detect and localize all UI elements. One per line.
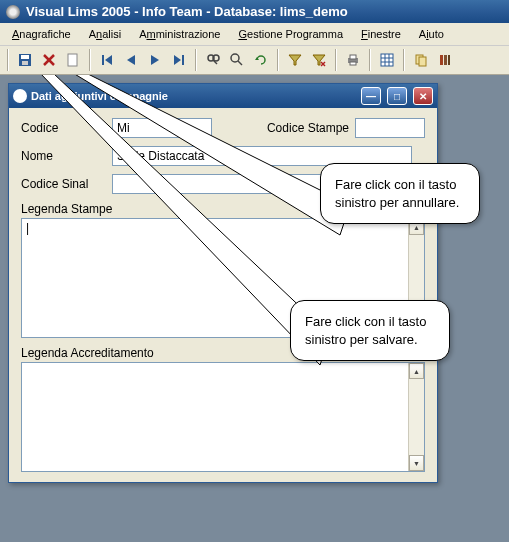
new-button[interactable]	[62, 49, 84, 71]
mdi-client: Dati aggiuntivi compagnie — □ ✕ Codice C…	[0, 75, 509, 542]
svg-rect-31	[419, 57, 426, 66]
menu-finestre[interactable]: Finestre	[353, 25, 409, 43]
svg-line-16	[238, 61, 242, 65]
svg-rect-25	[381, 54, 393, 66]
label-codice: Codice	[21, 121, 106, 135]
child-titlebar: Dati aggiuntivi compagnie — □ ✕	[9, 84, 437, 108]
svg-marker-10	[174, 55, 181, 65]
svg-marker-7	[105, 55, 112, 65]
scroll-down-icon[interactable]: ▼	[409, 455, 424, 471]
menu-amministrazione[interactable]: Amministrazione	[131, 25, 228, 43]
svg-rect-5	[68, 54, 77, 66]
svg-rect-23	[350, 55, 356, 59]
textarea-legenda-accred-wrap: ▲ ▼	[21, 362, 425, 472]
refresh-button[interactable]	[250, 49, 272, 71]
svg-rect-11	[182, 55, 184, 65]
svg-rect-24	[350, 62, 356, 65]
child-title: Dati aggiuntivi compagnie	[31, 90, 168, 102]
copy-button[interactable]	[410, 49, 432, 71]
svg-rect-1	[21, 55, 29, 59]
first-button[interactable]	[96, 49, 118, 71]
main-titlebar: Visual Lims 2005 - Info Team - Database:…	[0, 0, 509, 23]
input-codice-stampe[interactable]	[355, 118, 425, 138]
svg-marker-8	[127, 55, 135, 65]
menu-gestione[interactable]: Gestione Programma	[230, 25, 351, 43]
toolbar	[0, 46, 509, 75]
svg-rect-6	[102, 55, 104, 65]
filter-clear-button[interactable]	[308, 49, 330, 71]
svg-rect-2	[22, 61, 28, 65]
svg-point-15	[231, 54, 239, 62]
close-button[interactable]: ✕	[413, 87, 433, 105]
menu-bar: Anagrafiche Analisi Amministrazione Gest…	[0, 23, 509, 46]
filter-button[interactable]	[284, 49, 306, 71]
grid-button[interactable]	[376, 49, 398, 71]
window-title: Visual Lims 2005 - Info Team - Database:…	[26, 4, 348, 19]
callout-save: Fare click con il tasto sinistro per sal…	[290, 300, 450, 361]
last-button[interactable]	[168, 49, 190, 71]
search-button[interactable]	[226, 49, 248, 71]
app-icon	[6, 5, 20, 19]
label-nome: Nome	[21, 149, 106, 163]
svg-rect-32	[440, 55, 443, 65]
find-button[interactable]	[202, 49, 224, 71]
print-button[interactable]	[342, 49, 364, 71]
menu-anagrafiche[interactable]: Anagrafiche	[4, 25, 79, 43]
maximize-button[interactable]: □	[387, 87, 407, 105]
scroll-track[interactable]	[409, 379, 424, 455]
next-button[interactable]	[144, 49, 166, 71]
textarea-legenda-accred[interactable]	[22, 363, 408, 471]
menu-analisi[interactable]: Analisi	[81, 25, 129, 43]
books-button[interactable]	[434, 49, 456, 71]
child-window: Dati aggiuntivi compagnie — □ ✕ Codice C…	[8, 83, 438, 483]
label-codice-sinal: Codice Sinal	[21, 177, 106, 191]
callout-cancel: Fare click con il tasto sinistro per ann…	[320, 163, 480, 224]
svg-marker-9	[151, 55, 159, 65]
scrollbar[interactable]: ▲ ▼	[408, 363, 424, 471]
svg-marker-18	[289, 55, 301, 65]
svg-rect-33	[444, 55, 447, 65]
menu-aiuto[interactable]: Aiuto	[411, 25, 452, 43]
input-codice[interactable]	[112, 118, 212, 138]
prev-button[interactable]	[120, 49, 142, 71]
minimize-button[interactable]: —	[361, 87, 381, 105]
child-window-icon	[13, 89, 27, 103]
scroll-up-icon[interactable]: ▲	[409, 363, 424, 379]
svg-rect-34	[448, 55, 450, 65]
save-button[interactable]	[14, 49, 36, 71]
label-codice-stampe: Codice Stampe	[267, 121, 349, 135]
cancel-button[interactable]	[38, 49, 60, 71]
